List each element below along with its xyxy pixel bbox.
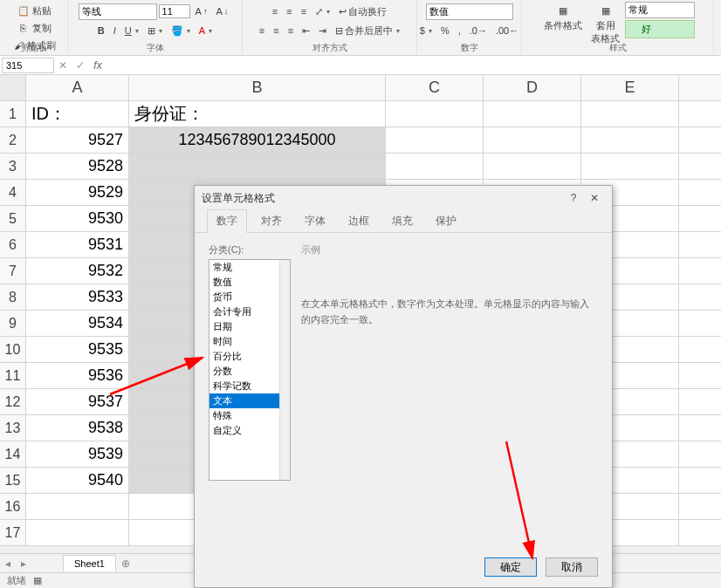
row-header[interactable]: 6 xyxy=(0,232,26,257)
cell-A6[interactable]: 9531 xyxy=(26,232,129,257)
dialog-tab[interactable]: 保护 xyxy=(427,210,465,232)
good-style-cell[interactable]: 好 xyxy=(625,20,695,38)
category-listbox[interactable]: 常规数值货币会计专用日期时间百分比分数科学记数文本特殊自定义 xyxy=(209,259,291,481)
row-header[interactable]: 1 xyxy=(0,101,26,126)
dialog-tab[interactable]: 对齐 xyxy=(252,210,291,232)
align-left-button[interactable]: ≡ xyxy=(256,24,268,38)
align-center-button[interactable]: ≡ xyxy=(270,24,282,38)
font-color-button[interactable]: A▾ xyxy=(196,24,216,38)
fill-color-button[interactable]: 🪣▾ xyxy=(168,24,194,38)
percent-button[interactable]: % xyxy=(437,24,453,38)
decrease-decimal-button[interactable]: .00← xyxy=(492,24,522,38)
sheet-tab-1[interactable]: Sheet1 xyxy=(63,555,116,571)
row-header[interactable]: 10 xyxy=(0,337,26,362)
row-header[interactable]: 9 xyxy=(0,311,26,336)
category-item[interactable]: 自定义 xyxy=(209,423,290,438)
cell-A16[interactable] xyxy=(26,494,129,519)
row-header[interactable]: 3 xyxy=(0,154,26,179)
row-header[interactable]: 14 xyxy=(0,441,26,467)
cell-D2[interactable] xyxy=(484,127,581,153)
row-header[interactable]: 11 xyxy=(0,363,26,388)
wrap-text-button[interactable]: ↩自动换行 xyxy=(335,3,390,20)
font-family-select[interactable]: 等线 xyxy=(79,3,157,20)
cell-C1[interactable] xyxy=(386,101,484,126)
bold-button[interactable]: B xyxy=(94,24,108,38)
row-header[interactable]: 16 xyxy=(0,494,26,519)
comma-button[interactable]: , xyxy=(455,24,464,38)
col-header-C[interactable]: C xyxy=(386,75,484,100)
ok-button[interactable]: 确定 xyxy=(484,557,537,577)
cell-A8[interactable]: 9533 xyxy=(26,284,129,310)
normal-style-cell[interactable]: 常规 xyxy=(625,2,695,18)
cell-A3[interactable]: 9528 xyxy=(26,154,129,179)
align-top-button[interactable]: ≡ xyxy=(269,4,281,18)
merge-center-button[interactable]: ⊟合并后居中▾ xyxy=(332,23,403,39)
category-item[interactable]: 会计专用 xyxy=(209,304,290,319)
accept-formula-button[interactable]: ✓ xyxy=(72,59,89,72)
decrease-indent-button[interactable]: ⇤ xyxy=(299,24,313,38)
cell-A9[interactable]: 9534 xyxy=(26,311,129,336)
cell-A4[interactable]: 9529 xyxy=(26,180,129,205)
cell-E3[interactable] xyxy=(581,154,679,179)
row-header[interactable]: 8 xyxy=(0,284,26,310)
category-item[interactable]: 特殊 xyxy=(209,408,290,423)
increase-decimal-button[interactable]: .0→ xyxy=(466,24,491,38)
cell-D3[interactable] xyxy=(484,154,581,179)
orientation-button[interactable]: ⤢▾ xyxy=(312,4,333,19)
cancel-button[interactable]: 取消 xyxy=(546,557,598,577)
cancel-formula-button[interactable]: ✕ xyxy=(54,59,72,72)
row-header[interactable]: 7 xyxy=(0,258,26,284)
font-size-select[interactable]: 11 xyxy=(159,4,190,18)
align-middle-button[interactable]: ≡ xyxy=(283,4,295,18)
cell-A15[interactable]: 9540 xyxy=(26,468,129,493)
dialog-tab[interactable]: 字体 xyxy=(296,210,334,232)
cell-C2[interactable] xyxy=(386,127,484,153)
cell-A5[interactable]: 9530 xyxy=(26,206,129,231)
currency-button[interactable]: $▾ xyxy=(416,24,436,38)
row-header[interactable]: 2 xyxy=(0,127,26,153)
sheet-nav-prev[interactable]: ◂ xyxy=(0,557,16,570)
category-item[interactable]: 数值 xyxy=(209,275,290,290)
dialog-titlebar[interactable]: 设置单元格格式 ? ✕ xyxy=(195,186,612,210)
sheet-nav-next[interactable]: ▸ xyxy=(16,557,31,570)
cell-A13[interactable]: 9538 xyxy=(26,415,129,441)
paste-button[interactable]: 📋粘贴 xyxy=(13,2,55,19)
dialog-close-button[interactable]: ✕ xyxy=(584,192,605,204)
align-right-button[interactable]: ≡ xyxy=(285,24,297,38)
cell-B2[interactable]: 123456789012345000 xyxy=(129,127,386,153)
decrease-font-button[interactable]: A↓ xyxy=(213,4,232,18)
italic-button[interactable]: I xyxy=(110,24,120,38)
row-header[interactable]: 5 xyxy=(0,206,26,231)
cell-A12[interactable]: 9537 xyxy=(26,389,129,414)
cell-B3[interactable] xyxy=(129,154,386,179)
category-item[interactable]: 日期 xyxy=(209,319,290,334)
select-all-corner[interactable] xyxy=(0,75,26,100)
table-format-button[interactable]: ▦套用 表格式 xyxy=(587,2,623,47)
fx-button[interactable]: fx xyxy=(89,59,106,72)
cell-B1[interactable]: 身份证： xyxy=(129,101,386,126)
copy-button[interactable]: ⎘复制 xyxy=(13,19,55,37)
category-item[interactable]: 科学记数 xyxy=(209,379,290,393)
dialog-tab[interactable]: 数字 xyxy=(207,209,247,233)
align-bottom-button[interactable]: ≡ xyxy=(298,4,310,18)
dialog-tab[interactable]: 填充 xyxy=(383,210,422,232)
dialog-tab[interactable]: 边框 xyxy=(340,210,378,232)
row-header[interactable]: 12 xyxy=(0,389,26,414)
conditional-format-button[interactable]: ▦条件格式 xyxy=(540,2,586,34)
row-header[interactable]: 15 xyxy=(0,468,26,493)
col-header-D[interactable]: D xyxy=(484,75,581,100)
name-box[interactable] xyxy=(2,58,54,73)
cell-E2[interactable] xyxy=(581,127,679,153)
category-item[interactable]: 分数 xyxy=(209,364,290,379)
category-item[interactable]: 文本 xyxy=(209,393,290,408)
col-header-E[interactable]: E xyxy=(581,75,679,100)
category-item[interactable]: 货币 xyxy=(209,290,290,304)
cell-A14[interactable]: 9539 xyxy=(26,441,129,467)
number-format-select[interactable]: 数值 xyxy=(426,3,513,20)
underline-button[interactable]: U▾ xyxy=(121,24,142,38)
category-item[interactable]: 百分比 xyxy=(209,349,290,364)
row-header[interactable]: 13 xyxy=(0,415,26,441)
row-header[interactable]: 4 xyxy=(0,180,26,205)
category-item[interactable]: 时间 xyxy=(209,334,290,349)
cell-A1[interactable]: ID： xyxy=(26,101,129,126)
